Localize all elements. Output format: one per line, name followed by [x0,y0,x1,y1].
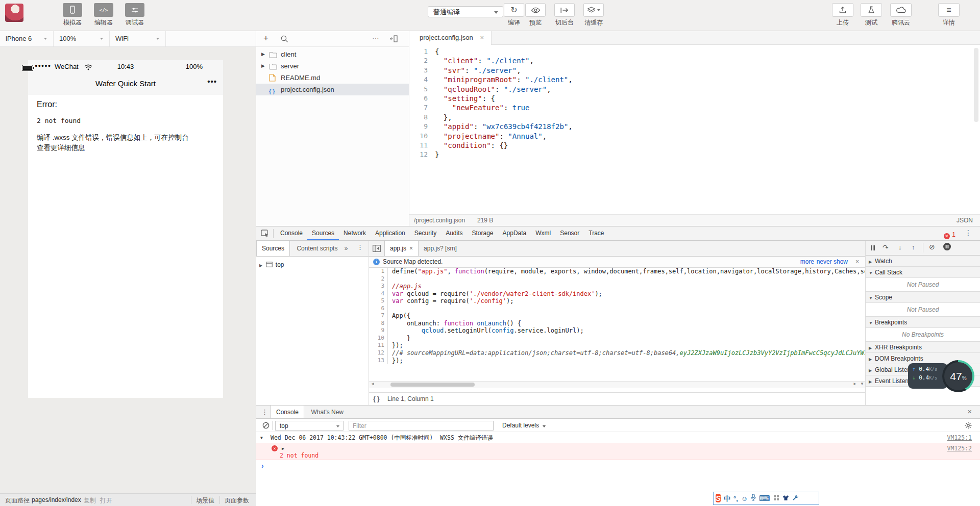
devtools-tab-application[interactable]: Application [371,226,410,239]
mode-button-2[interactable]: </>编辑器 [88,3,119,27]
devtools-tab-network[interactable]: Network [339,226,371,239]
file-tree-item-README.md[interactable]: README.md [256,72,409,84]
step-over-icon[interactable]: ↷ [883,243,889,251]
devtools-tab-appdata[interactable]: AppData [498,226,531,239]
console-settings-gear-icon[interactable] [965,422,972,429]
collapse-panel-icon[interactable] [390,35,398,42]
mode-button-1[interactable]: 模拟器 [57,3,88,27]
tree-arrow-icon[interactable]: ▶ [261,60,265,72]
sidebar-section-call-stack[interactable]: ▼Call Stack [866,267,980,278]
sogou-logo[interactable]: S [716,493,721,503]
devtools-menu-icon[interactable]: ⋮ [965,229,972,237]
braces-icon[interactable]: { } [373,393,380,405]
pause-on-exceptions-icon[interactable] [943,243,951,250]
mode-button-3[interactable]: 调试器 [119,3,150,27]
tree-arrow-icon[interactable]: ▶ [261,48,265,60]
open-path-button[interactable]: 打开 [100,496,112,505]
zoom-select[interactable]: 100% [54,31,110,46]
inspect-element-icon[interactable] [261,230,270,238]
close-drawer-icon[interactable]: × [967,407,972,416]
right-action-4[interactable]: ≡详情 [934,3,964,27]
wrench-icon[interactable] [792,494,799,503]
tab-content-scripts[interactable]: Content scripts [291,241,342,256]
grid-icon[interactable] [773,494,779,503]
close-icon[interactable]: × [480,34,484,41]
cpu-usage-gauge[interactable]: 47 % [942,360,974,392]
close-icon[interactable]: × [855,257,859,267]
editor-tab-project-config[interactable]: project.config.json × [409,31,492,45]
right-action-1[interactable]: 上传 [828,3,857,27]
page-params-label[interactable]: 页面参数 [225,496,249,505]
expand-triangle-icon[interactable]: ▼ [260,433,263,443]
file-tree-item-client[interactable]: ▶client [256,48,409,60]
tab-whats-new[interactable]: What's New [306,406,349,418]
frame-tree-item-top[interactable]: ▶ top [259,261,284,268]
device-select[interactable]: iPhone 6 [0,31,54,46]
phone-screen[interactable]: ●●●●● WeChat 10:43 100% Wafer Quick Star… [28,60,223,398]
editor-scrollbar[interactable] [974,48,978,122]
source-tab-1[interactable]: app.js× [384,241,419,256]
sidebar-section-xhr-breakpoints[interactable]: ▶XHR Breakpoints [866,342,980,353]
devtools-tab-storage[interactable]: Storage [468,226,498,239]
file-tree-item-project.config.json[interactable]: { }project.config.json [256,84,409,95]
step-into-icon[interactable]: ↓ [898,243,902,251]
action-3[interactable]: 切后台 [550,3,579,27]
tab-overflow-icon[interactable]: » [345,245,348,252]
navigator-menu-icon[interactable]: ⋮ [357,243,363,251]
sidebar-section-watch[interactable]: ▶Watch [866,256,980,267]
zh-icon[interactable]: 中 [724,494,730,503]
source-tab-2[interactable]: app.js? [sm] [419,241,462,256]
console-filter-input[interactable] [349,421,494,431]
scroll-left-icon[interactable]: ◄ [371,382,375,386]
more-options-icon[interactable]: ⋯ [372,34,379,42]
copy-path-button[interactable]: 复制 [84,496,96,505]
right-action-2[interactable]: 测试 [856,3,886,27]
source-link[interactable]: VM125:2 [947,444,972,453]
source-link[interactable]: VM125:1 [947,433,972,443]
smiley-icon[interactable]: ☺ [741,494,748,503]
right-action-3[interactable]: 腾讯云 [886,3,916,27]
console-error-row[interactable]: ✕ ▶ 2 not found VM125:2 [256,443,980,460]
log-levels-select[interactable]: Default levels [502,422,546,429]
close-icon[interactable]: × [409,245,413,252]
file-language-status[interactable]: JSON [957,215,973,226]
scrollbar-thumb[interactable] [390,383,475,387]
json-editor-content[interactable]: 1{2 "client": "./client",3 "svr": "./ser… [409,47,980,160]
pause-script-icon[interactable] [870,245,875,251]
sidebar-section-breakpoints[interactable]: ▼Breakpoints [866,317,980,328]
devtools-tab-console[interactable]: Console [276,226,307,239]
devtools-tab-trace[interactable]: Trace [584,226,608,239]
devtools-tab-wxml[interactable]: Wxml [531,226,555,239]
devtools-tab-audits[interactable]: Audits [441,226,467,239]
ime-toolbar[interactable]: S中°‚☺⌨ [713,492,819,505]
search-icon[interactable] [281,35,288,43]
horizontal-scrollbar[interactable]: ◄ ► ▼ [369,381,865,388]
mic-icon[interactable] [751,494,756,503]
infobar-never-show-link[interactable]: never show [817,257,848,267]
more-menu-icon[interactable]: ••• [207,77,217,86]
scroll-right-icon[interactable]: ► [853,382,857,386]
tab-sources[interactable]: Sources [256,241,290,256]
execution-context-select[interactable]: top [275,421,344,431]
console-log-row[interactable]: ▼ Wed Dec 06 2017 10:43:22 GMT+0800 (中国标… [256,433,980,443]
keyboard-icon[interactable]: ⌨ [759,494,770,503]
action-2[interactable]: 预览 [521,3,550,27]
drawer-menu-icon[interactable]: ⋮ [261,408,268,416]
clear-console-icon[interactable] [262,422,270,429]
compile-mode-dropdown[interactable]: 普通编译 [428,6,503,17]
tab-console[interactable]: Console [271,406,304,418]
user-avatar[interactable] [5,4,23,22]
devtools-tab-security[interactable]: Security [410,226,441,239]
skin-icon[interactable] [782,494,789,503]
file-tree-item-server[interactable]: ▶server [256,60,409,72]
deactivate-breakpoints-icon[interactable]: ⊘ [929,243,935,251]
source-code-content[interactable]: 1define("app.js", function(require, modu… [369,268,865,381]
devtools-tab-sensor[interactable]: Sensor [555,226,584,239]
step-out-icon[interactable]: ↑ [912,243,915,251]
network-select[interactable]: WiFi [110,31,166,46]
scroll-down-icon[interactable]: ▼ [860,382,864,386]
sidebar-section-scope[interactable]: ▼Scope [866,292,980,303]
add-file-icon[interactable]: + [263,33,268,43]
error-count-badge[interactable]: ✕ 1 [944,230,955,239]
console-prompt-chevron[interactable]: › [261,462,264,470]
